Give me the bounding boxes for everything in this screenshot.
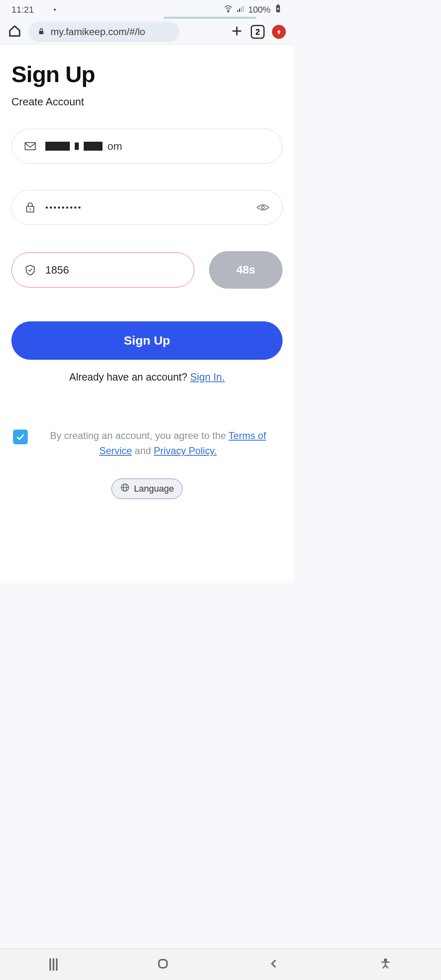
- svg-rect-8: [239, 9, 240, 12]
- terms-agreement: By creating an account, you agree to the…: [11, 428, 283, 458]
- signin-link[interactable]: Sign In.: [190, 371, 225, 383]
- progress-indicator: [163, 17, 256, 19]
- already-have-account: Already have an account? Sign In.: [11, 371, 283, 383]
- status-left: 11:21 •: [11, 4, 56, 15]
- language-button[interactable]: Language: [111, 479, 183, 499]
- agree-checkbox[interactable]: [13, 430, 28, 444]
- address-bar[interactable]: my.famikeep.com/#/lo: [29, 22, 180, 42]
- agree-and: and: [132, 445, 154, 456]
- page-title: Sign Up: [11, 61, 283, 87]
- agree-prefix: By creating an account, you agree to the: [50, 430, 228, 441]
- home-button[interactable]: [8, 24, 21, 39]
- status-right: 100%: [224, 4, 283, 16]
- verification-code-input[interactable]: [45, 264, 182, 276]
- email-value-redacted: om: [45, 140, 122, 153]
- battery-percent: 100%: [248, 4, 270, 15]
- language-label: Language: [134, 483, 174, 494]
- password-field[interactable]: •••••••••: [11, 190, 283, 225]
- update-available-icon[interactable]: [272, 25, 286, 39]
- verification-row: 48s: [11, 251, 283, 289]
- verification-code-field[interactable]: [11, 252, 194, 287]
- svg-rect-13: [39, 31, 44, 34]
- already-text: Already have an account?: [69, 371, 190, 383]
- browser-toolbar: my.famikeep.com/#/lo 2: [0, 20, 294, 44]
- more-notifs-dot: •: [53, 6, 56, 14]
- new-tab-button[interactable]: [230, 24, 243, 39]
- lock-icon: [38, 26, 45, 38]
- clock: 11:21: [11, 4, 34, 15]
- privacy-link[interactable]: Privacy Policy.: [154, 445, 217, 456]
- url-text: my.famikeep.com/#/lo: [51, 26, 145, 38]
- mail-icon: [24, 140, 36, 152]
- email-suffix: om: [107, 140, 122, 153]
- svg-point-6: [227, 11, 229, 12]
- page-subtitle: Create Account: [11, 96, 283, 108]
- padlock-icon: [24, 201, 36, 214]
- wifi-icon: [224, 4, 233, 16]
- tabs-button[interactable]: 2: [251, 25, 265, 39]
- password-value: •••••••••: [45, 203, 82, 212]
- globe-icon: [120, 483, 130, 495]
- show-password-icon[interactable]: [256, 200, 270, 214]
- svg-rect-12: [277, 4, 279, 6]
- signup-button[interactable]: Sign Up: [11, 321, 283, 360]
- svg-point-19: [261, 206, 264, 209]
- shield-check-icon: [24, 264, 36, 276]
- signal-icon: [236, 4, 245, 16]
- resend-timer-button: 48s: [209, 251, 283, 289]
- battery-icon: [274, 4, 283, 16]
- svg-rect-9: [241, 7, 242, 12]
- svg-rect-10: [243, 6, 244, 12]
- tab-count: 2: [255, 27, 260, 37]
- page-content: Sign Up Create Account om ••••••••• 48s: [0, 44, 294, 583]
- svg-rect-16: [25, 143, 36, 150]
- email-field[interactable]: om: [11, 129, 283, 164]
- svg-rect-7: [237, 10, 238, 12]
